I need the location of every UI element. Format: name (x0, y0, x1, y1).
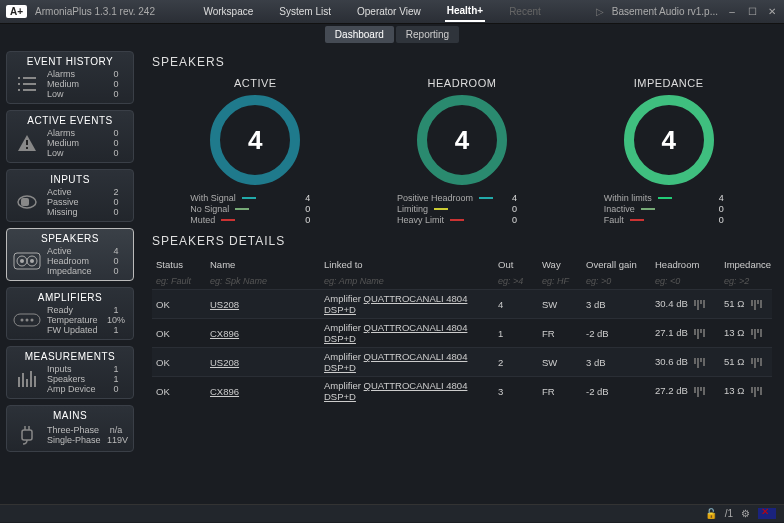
filter-input[interactable]: eg: <0 (655, 276, 720, 286)
minimize-button[interactable]: – (726, 6, 738, 17)
gauge-ring: 4 (417, 95, 507, 185)
mains-icon (13, 423, 41, 447)
eq-icon (694, 387, 705, 397)
amp-link[interactable]: QUATTROCANALI 4804 DSP+D (324, 380, 467, 402)
eq-icon (751, 358, 762, 368)
svg-rect-21 (26, 379, 28, 387)
close-button[interactable]: ✕ (766, 6, 778, 17)
section-speakers-title: SPEAKERS (152, 55, 772, 69)
nav-health+[interactable]: Health+ (445, 1, 485, 22)
nav-system-list[interactable]: System List (277, 2, 333, 21)
sidebar-card-amplifiers[interactable]: AMPLIFIERSReady1Temperature10%FW Updated… (6, 287, 134, 340)
filter-input[interactable]: eg: >2 (724, 276, 784, 286)
eq-icon (751, 387, 762, 397)
meas-icon (13, 367, 41, 391)
svg-point-14 (30, 259, 34, 263)
sidebar-card-measurements[interactable]: MEASUREMENTSInputs1Speakers1Amp Device0 (6, 346, 134, 399)
gauge-headroom: HEADROOM4Positive Headroom4Limiting0Heav… (367, 77, 557, 226)
lock-icon[interactable]: 🔓 (705, 508, 717, 519)
title-bar: A+ ArmoniaPlus 1.3.1 rev. 242 WorkspaceS… (0, 0, 784, 24)
plug-icon (13, 190, 41, 214)
sidebar-card-speakers[interactable]: SPEAKERSActive4Headroom0Impedance0 (6, 228, 134, 281)
nav-recent[interactable]: Recent (507, 2, 543, 21)
filter-input[interactable]: eg: >4 (498, 276, 538, 286)
app-logo: A+ (6, 5, 27, 18)
svg-rect-7 (26, 147, 28, 149)
speaker-link[interactable]: CX896 (210, 328, 239, 339)
table-row[interactable]: OK US208 Amplifier QUATTROCANALI 4804 DS… (152, 289, 772, 318)
gauge-impedance: IMPEDANCE4Within limits4Inactive0Fault0 (574, 77, 764, 226)
svg-rect-23 (34, 376, 36, 387)
sidebar-card-inputs[interactable]: INPUTSActive2Passive0Missing0 (6, 169, 134, 222)
table-row[interactable]: OK US208 Amplifier QUATTROCANALI 4804 DS… (152, 347, 772, 376)
status-bar: 🔓 /1 ⚙ (0, 504, 784, 522)
layers-indicator[interactable]: /1 (725, 508, 733, 519)
filter-input[interactable]: eg: HF (542, 276, 582, 286)
topbar-right: ▷ Basement Audio rv1.p... – ☐ ✕ (596, 6, 778, 17)
speaker-link[interactable]: US208 (210, 299, 239, 310)
file-name[interactable]: Basement Audio rv1.p... (612, 6, 718, 17)
svg-point-13 (20, 259, 24, 263)
gear-icon[interactable]: ⚙ (741, 508, 750, 519)
sidebar-card-mains[interactable]: MAINSThree-Phasen/aSingle-Phase119V (6, 405, 134, 452)
eq-icon (694, 300, 705, 310)
amp-link[interactable]: QUATTROCANALI 4804 DSP+D (324, 293, 467, 315)
flag-icon[interactable] (758, 508, 776, 519)
nav-workspace[interactable]: Workspace (201, 2, 255, 21)
app-title: ArmoniaPlus 1.3.1 rev. 242 (35, 6, 155, 17)
maximize-button[interactable]: ☐ (746, 6, 758, 17)
amp-link[interactable]: QUATTROCANALI 4804 DSP+D (324, 351, 467, 373)
svg-rect-22 (30, 371, 32, 387)
speaker-link[interactable]: US208 (210, 357, 239, 368)
table-row[interactable]: OK CX896 Amplifier QUATTROCANALI 4804 DS… (152, 318, 772, 347)
svg-rect-19 (18, 377, 20, 387)
gauge-ring: 4 (210, 95, 300, 185)
speakers-table: StatusNameLinked toOutWayOverall gainHea… (152, 256, 772, 405)
svg-rect-20 (22, 373, 24, 387)
filter-input[interactable]: eg: Fault (156, 276, 206, 286)
eq-icon (694, 358, 705, 368)
filter-input[interactable]: eg: Amp Name (324, 276, 494, 286)
spk-icon (13, 249, 41, 273)
subtab-reporting[interactable]: Reporting (396, 26, 459, 43)
amp-icon (13, 308, 41, 332)
gauge-ring: 4 (624, 95, 714, 185)
eq-icon (751, 300, 762, 310)
filter-input[interactable]: eg: >0 (586, 276, 651, 286)
svg-point-17 (26, 319, 29, 322)
list-icon (13, 72, 41, 96)
svg-point-16 (21, 319, 24, 322)
subtab-dashboard[interactable]: Dashboard (325, 26, 394, 43)
svg-rect-9 (21, 198, 29, 206)
sidebar-card-active-events[interactable]: ACTIVE EVENTSAlarms0Medium0Low0 (6, 110, 134, 163)
eq-icon (694, 329, 705, 339)
warn-icon (13, 131, 41, 155)
svg-point-18 (31, 319, 34, 322)
nav-operator-view[interactable]: Operator View (355, 2, 423, 21)
filter-input[interactable]: eg: Spk Name (210, 276, 320, 286)
svg-rect-24 (22, 430, 32, 440)
gauge-active: ACTIVE4With Signal4No Signal0Muted0 (160, 77, 350, 226)
svg-rect-6 (26, 140, 28, 145)
sidebar-card-event-history[interactable]: EVENT HISTORYAlarms0Medium0Low0 (6, 51, 134, 104)
speaker-link[interactable]: CX896 (210, 386, 239, 397)
eq-icon (751, 329, 762, 339)
main-nav: WorkspaceSystem ListOperator ViewHealth+… (201, 1, 542, 22)
subtabs: DashboardReporting (0, 24, 784, 45)
sidebar: EVENT HISTORYAlarms0Medium0Low0ACTIVE EV… (0, 45, 140, 504)
play-icon[interactable]: ▷ (596, 6, 604, 17)
table-row[interactable]: OK CX896 Amplifier QUATTROCANALI 4804 DS… (152, 376, 772, 405)
content: SPEAKERS ACTIVE4With Signal4No Signal0Mu… (140, 45, 784, 504)
gauges-row: ACTIVE4With Signal4No Signal0Muted0HEADR… (152, 77, 772, 226)
section-details-title: SPEAKERS DETAILS (152, 234, 772, 248)
amp-link[interactable]: QUATTROCANALI 4804 DSP+D (324, 322, 467, 344)
